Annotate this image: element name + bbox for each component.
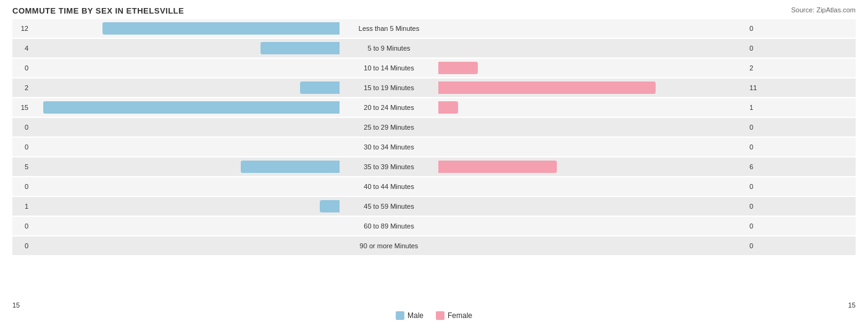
female-value: 0 (747, 25, 766, 32)
chart-row: 15 20 to 24 Minutes 1 (12, 98, 856, 117)
right-bar-area (438, 161, 747, 173)
chart-container: COMMUTE TIME BY SEX IN ETHELSVILLE Sourc… (0, 0, 868, 323)
chart-row: 0 10 to 14 Minutes 2 (12, 59, 856, 77)
male-value: 12 (12, 25, 31, 32)
left-bar-area (31, 220, 340, 232)
chart-row: 2 15 to 19 Minutes 11 (12, 78, 856, 97)
legend-female: Female (436, 311, 472, 320)
male-bar (320, 200, 340, 212)
row-label: Less than 5 Minutes (340, 25, 438, 32)
chart-legend: Male Female (12, 311, 856, 320)
chart-row: 1 45 to 59 Minutes 0 (12, 197, 856, 216)
female-value: 2 (747, 64, 766, 72)
female-value: 0 (747, 183, 766, 190)
male-value: 0 (12, 242, 31, 250)
chart-row: 5 35 to 39 Minutes 6 (12, 157, 856, 176)
right-bar-area (438, 82, 747, 94)
chart-row: 0 90 or more Minutes 0 (12, 237, 856, 255)
male-value: 2 (12, 84, 31, 91)
row-label: 5 to 9 Minutes (340, 44, 438, 52)
male-value: 4 (12, 44, 31, 52)
legend-male-box (396, 311, 404, 320)
row-label: 45 to 59 Minutes (340, 203, 438, 210)
legend-female-label: Female (448, 311, 472, 320)
female-value: 0 (747, 143, 766, 151)
row-label: 60 to 89 Minutes (340, 222, 438, 230)
chart-title: COMMUTE TIME BY SEX IN ETHELSVILLE (12, 6, 856, 15)
female-value: 0 (747, 242, 766, 250)
right-bar-area (438, 141, 747, 153)
male-bar (43, 101, 340, 114)
row-label: 30 to 34 Minutes (340, 143, 438, 151)
left-bar-area (31, 42, 340, 54)
female-value: 0 (747, 44, 766, 52)
row-label: 15 to 19 Minutes (340, 84, 438, 91)
chart-area: 12 Less than 5 Minutes 0 4 5 to 9 Minute… (12, 19, 856, 279)
female-value: 0 (747, 222, 766, 230)
left-bar-area (31, 82, 340, 94)
left-bar-area (31, 121, 340, 133)
male-value: 0 (12, 222, 31, 230)
chart-row: 0 30 to 34 Minutes 0 (12, 138, 856, 156)
legend-female-box (436, 311, 444, 320)
axis-left: 15 (12, 301, 20, 309)
male-bar (261, 42, 340, 54)
left-bar-area (31, 22, 340, 35)
female-bar (438, 161, 557, 173)
male-value: 0 (12, 124, 31, 131)
left-bar-area (31, 62, 340, 74)
left-bar-area (31, 240, 340, 252)
row-label: 35 to 39 Minutes (340, 163, 438, 170)
right-bar-area (438, 200, 747, 212)
male-value: 15 (12, 104, 31, 111)
right-bar-area (438, 180, 747, 193)
left-bar-area (31, 161, 340, 173)
bottom-area: 15 15 Male Female (12, 301, 856, 320)
chart-row: 4 5 to 9 Minutes 0 (12, 39, 856, 57)
right-bar-area (438, 22, 747, 35)
male-value: 0 (12, 143, 31, 151)
female-value: 11 (747, 84, 766, 91)
right-bar-area (438, 121, 747, 133)
left-bar-area (31, 141, 340, 153)
right-bar-area (438, 42, 747, 54)
female-value: 6 (747, 163, 766, 170)
right-bar-area (438, 101, 747, 114)
male-value: 0 (12, 64, 31, 72)
row-label: 90 or more Minutes (340, 242, 438, 250)
male-value: 5 (12, 163, 31, 170)
female-value: 0 (747, 203, 766, 210)
male-value: 1 (12, 203, 31, 210)
axis-right: 15 (848, 301, 856, 309)
right-bar-area (438, 220, 747, 232)
right-bar-area (438, 240, 747, 252)
female-bar (438, 82, 656, 94)
left-bar-area (31, 101, 340, 114)
left-bar-area (31, 180, 340, 193)
axis-numbers: 15 15 (12, 301, 856, 309)
female-bar (438, 62, 478, 74)
right-bar-area (438, 62, 747, 74)
chart-row: 0 60 to 89 Minutes 0 (12, 217, 856, 235)
male-bar (241, 161, 340, 173)
legend-male: Male (396, 311, 424, 320)
legend-male-label: Male (407, 311, 424, 320)
left-bar-area (31, 200, 340, 212)
row-label: 10 to 14 Minutes (340, 64, 438, 72)
row-label: 40 to 44 Minutes (340, 183, 438, 190)
chart-row: 12 Less than 5 Minutes 0 (12, 19, 856, 38)
female-value: 0 (747, 124, 766, 131)
row-label: 20 to 24 Minutes (340, 104, 438, 111)
female-value: 1 (747, 104, 766, 111)
male-value: 0 (12, 183, 31, 190)
chart-row: 0 40 to 44 Minutes 0 (12, 177, 856, 196)
chart-row: 0 25 to 29 Minutes 0 (12, 118, 856, 136)
male-bar (300, 82, 340, 94)
row-label: 25 to 29 Minutes (340, 124, 438, 131)
source-label: Source: ZipAtlas.com (791, 6, 856, 14)
male-bar (102, 22, 340, 35)
female-bar (438, 101, 458, 114)
